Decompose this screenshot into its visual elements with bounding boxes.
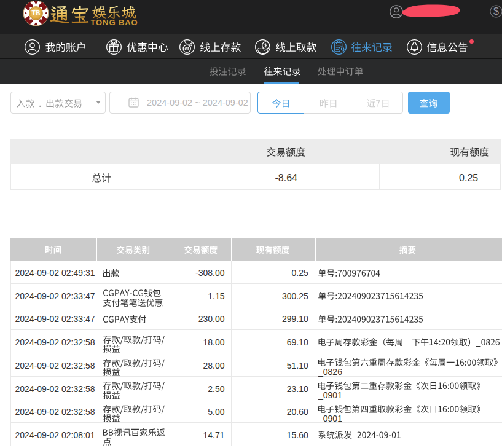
svg-text:TB: TB: [31, 9, 40, 17]
svg-text:$: $: [493, 6, 499, 17]
